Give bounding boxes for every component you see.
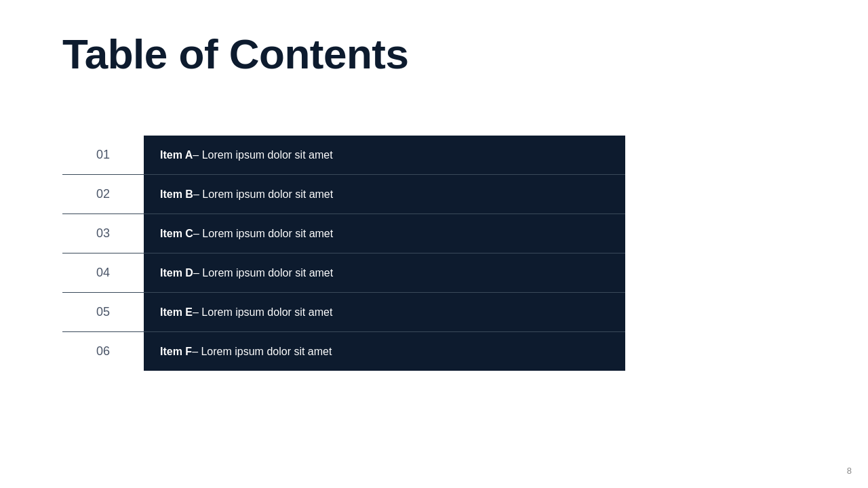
- toc-row: 03Item C – Lorem ipsum dolor sit amet: [62, 214, 625, 253]
- toc-row: 05Item E – Lorem ipsum dolor sit amet: [62, 293, 625, 332]
- toc-number-6: 06: [62, 332, 144, 371]
- toc-content-5: Item E – Lorem ipsum dolor sit amet: [144, 293, 625, 331]
- toc-content-2: Item B – Lorem ipsum dolor sit amet: [144, 175, 625, 214]
- toc-item-desc-4: – Lorem ipsum dolor sit amet: [193, 267, 333, 279]
- toc-item-desc-3: – Lorem ipsum dolor sit amet: [193, 228, 333, 240]
- toc-item-label-1: Item A: [160, 149, 193, 161]
- toc-number-3: 03: [62, 214, 144, 253]
- page-number: 8: [847, 466, 852, 476]
- toc-item-desc-5: – Lorem ipsum dolor sit amet: [193, 306, 332, 319]
- slide-title: Table of Contents: [62, 29, 408, 79]
- toc-row: 02Item B – Lorem ipsum dolor sit amet: [62, 175, 625, 214]
- toc-container: 01Item A – Lorem ipsum dolor sit amet02I…: [62, 136, 625, 371]
- toc-row: 06Item F – Lorem ipsum dolor sit amet: [62, 332, 625, 371]
- slide-container: Table of Contents 01Item A – Lorem ipsum…: [0, 0, 868, 488]
- toc-item-desc-6: – Lorem ipsum dolor sit amet: [192, 346, 332, 358]
- toc-item-label-6: Item F: [160, 346, 192, 358]
- toc-item-desc-2: – Lorem ipsum dolor sit amet: [193, 188, 333, 201]
- toc-row: 01Item A – Lorem ipsum dolor sit amet: [62, 136, 625, 175]
- toc-content-6: Item F – Lorem ipsum dolor sit amet: [144, 332, 625, 371]
- toc-item-label-2: Item B: [160, 188, 193, 201]
- toc-content-4: Item D – Lorem ipsum dolor sit amet: [144, 253, 625, 292]
- toc-content-3: Item C – Lorem ipsum dolor sit amet: [144, 214, 625, 253]
- toc-row: 04Item D – Lorem ipsum dolor sit amet: [62, 253, 625, 293]
- toc-item-desc-1: – Lorem ipsum dolor sit amet: [193, 149, 332, 161]
- toc-number-1: 01: [62, 136, 144, 174]
- toc-content-1: Item A – Lorem ipsum dolor sit amet: [144, 136, 625, 174]
- toc-number-4: 04: [62, 253, 144, 292]
- toc-item-label-5: Item E: [160, 306, 193, 319]
- toc-item-label-4: Item D: [160, 267, 193, 279]
- toc-number-2: 02: [62, 175, 144, 214]
- toc-number-5: 05: [62, 293, 144, 331]
- toc-item-label-3: Item C: [160, 228, 193, 240]
